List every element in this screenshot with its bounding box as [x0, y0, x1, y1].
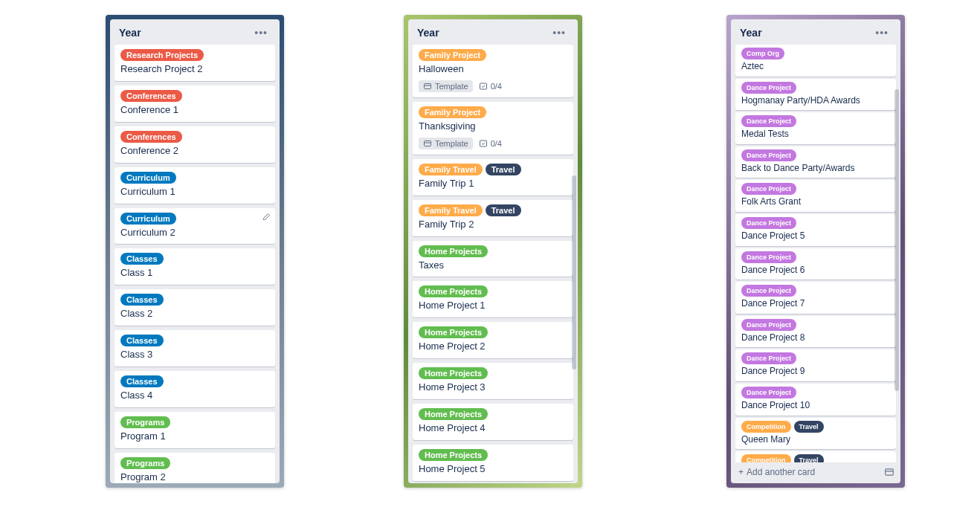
- card-label[interactable]: Conferences: [120, 90, 182, 102]
- card-label[interactable]: Comp Org: [741, 48, 784, 59]
- card-label[interactable]: Travel: [794, 454, 824, 462]
- card-label[interactable]: Home Projects: [419, 326, 488, 338]
- labels-row: Classes: [120, 253, 269, 265]
- card-label[interactable]: Home Projects: [419, 245, 488, 257]
- card-label[interactable]: Classes: [120, 335, 164, 346]
- card-label[interactable]: Dance Project: [741, 115, 796, 127]
- scrollbar[interactable]: [572, 46, 576, 477]
- labels-row: Dance Project: [741, 319, 890, 331]
- card-label[interactable]: Family Travel: [419, 164, 483, 175]
- card-label[interactable]: Research Projects: [120, 49, 204, 61]
- card-title: Medal Tests: [741, 129, 890, 141]
- card-label[interactable]: Dance Project: [741, 149, 796, 161]
- card[interactable]: CompetitionTravelQueen Mary: [735, 418, 896, 450]
- card[interactable]: Home ProjectsHome Project 3: [413, 363, 573, 399]
- card-label[interactable]: Dance Project: [741, 82, 796, 94]
- card-label[interactable]: Family Project: [419, 106, 486, 118]
- card[interactable]: Dance ProjectDance Project 7: [735, 282, 896, 314]
- list-menu-button[interactable]: •••: [548, 25, 570, 40]
- card-label[interactable]: Curriculum: [120, 213, 176, 225]
- scrollbar[interactable]: [894, 46, 899, 477]
- card[interactable]: Dance ProjectFolk Arts Grant: [735, 180, 896, 212]
- labels-row: CompetitionTravel: [741, 454, 890, 462]
- card[interactable]: Dance ProjectBack to Dance Party/Awards: [735, 146, 896, 178]
- card-label[interactable]: Competition: [741, 421, 791, 433]
- card[interactable]: Comp OrgAztec: [735, 45, 896, 77]
- card-label[interactable]: Travel: [486, 204, 521, 216]
- card-label[interactable]: Home Projects: [419, 367, 488, 379]
- card[interactable]: Dance ProjectDance Project 9: [735, 349, 896, 381]
- card[interactable]: Dance ProjectMedal Tests: [735, 112, 896, 144]
- card[interactable]: ClassesClass 2: [115, 289, 275, 326]
- labels-row: Classes: [120, 335, 269, 346]
- card[interactable]: ClassesClass 4: [115, 371, 275, 407]
- labels-row: Classes: [120, 294, 269, 306]
- card-label[interactable]: Programs: [120, 416, 170, 428]
- card-label[interactable]: Dance Project: [741, 352, 796, 364]
- card[interactable]: Home ProjectsHome Project 2: [413, 322, 573, 358]
- create-from-template-icon[interactable]: [884, 467, 894, 477]
- card-label[interactable]: Dance Project: [741, 319, 796, 331]
- card-label[interactable]: Curriculum: [120, 172, 176, 184]
- card[interactable]: ConferencesConference 1: [115, 85, 275, 122]
- labels-row: Dance Project: [741, 251, 890, 263]
- edit-pencil-icon[interactable]: [262, 213, 271, 222]
- card[interactable]: ProgramsProgram 2: [115, 453, 275, 483]
- card[interactable]: ClassesClass 3: [115, 330, 275, 367]
- svg-rect-2: [480, 83, 486, 89]
- card-label[interactable]: Dance Project: [741, 217, 796, 229]
- checklist-badge: 0/4: [479, 139, 502, 148]
- card-label[interactable]: Dance Project: [741, 387, 796, 398]
- card[interactable]: Home ProjectsTaxes: [413, 241, 573, 277]
- card[interactable]: Home ProjectsHome Project 4: [413, 404, 573, 440]
- card-label[interactable]: Home Projects: [419, 285, 488, 297]
- card-label[interactable]: Family Travel: [419, 204, 483, 216]
- card-label[interactable]: Home Projects: [419, 449, 488, 461]
- card[interactable]: CurriculumCurriculum 1: [115, 167, 275, 204]
- list-title[interactable]: Year: [119, 27, 141, 39]
- card-label[interactable]: Travel: [486, 164, 521, 175]
- card[interactable]: ProgramsProgram 1: [115, 412, 275, 448]
- card-label[interactable]: Family Project: [419, 49, 486, 61]
- labels-row: Classes: [120, 375, 269, 387]
- card[interactable]: Dance ProjectDance Project 6: [735, 248, 896, 280]
- scrollbar-thumb[interactable]: [572, 175, 576, 369]
- card[interactable]: ClassesClass 1: [115, 248, 275, 285]
- list-menu-button[interactable]: •••: [871, 25, 893, 40]
- card-label[interactable]: Classes: [120, 253, 164, 265]
- card-label[interactable]: Conferences: [120, 131, 182, 143]
- add-card-button[interactable]: + Add another card: [738, 467, 815, 477]
- card[interactable]: Research ProjectsResearch Project 2: [115, 45, 275, 81]
- card-label[interactable]: Competition: [741, 454, 791, 462]
- card[interactable]: Home ProjectsHome Project 5: [413, 445, 573, 481]
- labels-row: Family TravelTravel: [419, 164, 567, 175]
- card-label[interactable]: Travel: [794, 421, 824, 433]
- card[interactable]: CurriculumCurriculum 2: [115, 208, 275, 245]
- card[interactable]: Family ProjectThanksgivingTemplate0/4: [413, 102, 573, 155]
- card-title: Home Project 5: [419, 463, 567, 476]
- list-title[interactable]: Year: [740, 27, 762, 39]
- list-menu-button[interactable]: •••: [250, 25, 272, 40]
- card[interactable]: Family TravelTravelFamily Trip 2: [413, 200, 573, 236]
- scrollbar-thumb[interactable]: [894, 89, 899, 391]
- card[interactable]: Dance ProjectHogmanay Party/HDA Awards: [735, 79, 896, 111]
- card[interactable]: Home ProjectsHome Project 1: [413, 281, 573, 317]
- card[interactable]: ConferencesConference 2: [115, 126, 275, 163]
- card-label[interactable]: Dance Project: [741, 183, 796, 195]
- card-label[interactable]: Dance Project: [741, 251, 796, 263]
- card[interactable]: Dance ProjectDance Project 10: [735, 384, 896, 416]
- card-label[interactable]: Classes: [120, 375, 164, 387]
- card-label[interactable]: Dance Project: [741, 285, 796, 297]
- card-label[interactable]: Classes: [120, 294, 164, 306]
- card[interactable]: Family TravelTravelFamily Trip 1: [413, 159, 573, 196]
- card[interactable]: Dance ProjectDance Project 5: [735, 214, 896, 246]
- card-label[interactable]: Programs: [120, 457, 170, 469]
- labels-row: Comp Org: [741, 48, 890, 59]
- list-title[interactable]: Year: [417, 27, 439, 39]
- card-label[interactable]: Home Projects: [419, 408, 488, 420]
- card[interactable]: Dance ProjectDance Project 8: [735, 316, 896, 348]
- card[interactable]: Family ProjectHalloweenTemplate0/4: [413, 45, 573, 97]
- card[interactable]: CompetitionTravelCo Indoor: [735, 451, 896, 462]
- template-badge-label: Template: [435, 82, 468, 91]
- template-icon: [423, 139, 432, 148]
